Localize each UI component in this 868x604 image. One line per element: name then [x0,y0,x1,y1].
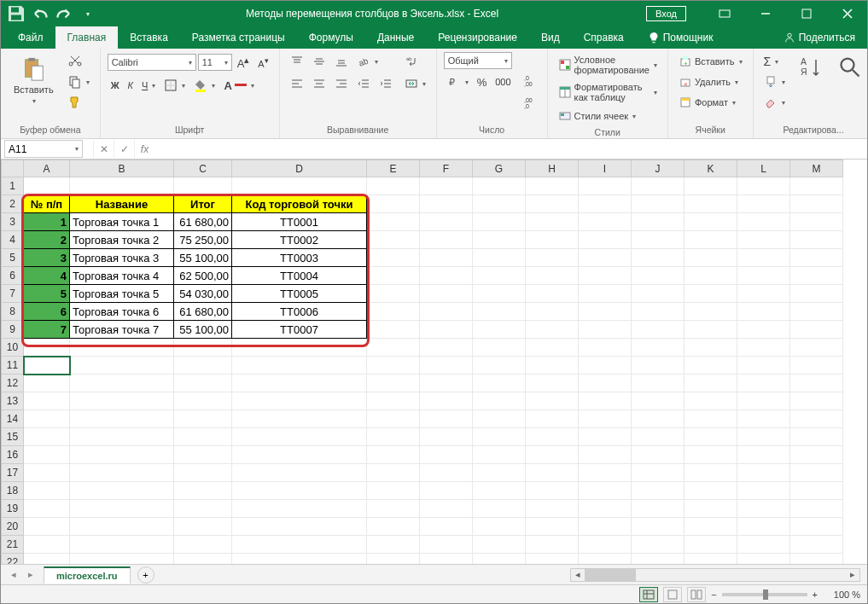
cell[interactable] [420,285,473,303]
cell[interactable]: Торговая точка 7 [70,321,174,339]
cell[interactable] [579,482,632,500]
tab-справка[interactable]: Справка [572,26,636,49]
cell[interactable] [526,410,579,428]
column-header[interactable]: I [579,160,632,177]
cell[interactable] [367,518,420,536]
enter-formula-icon[interactable]: ✓ [114,140,134,158]
cell[interactable] [632,213,684,231]
cell[interactable] [367,357,420,375]
cell[interactable] [579,464,632,482]
cell[interactable] [632,339,684,357]
cell[interactable] [174,339,232,357]
cell[interactable] [24,357,70,375]
cell[interactable] [737,177,790,195]
cell[interactable]: ТТ0002 [232,231,367,249]
cell-styles-button[interactable]: Стили ячеек▾ [555,107,661,125]
cell[interactable] [473,410,526,428]
cell[interactable] [473,303,526,321]
tab-вид[interactable]: Вид [529,26,572,49]
cell[interactable] [737,428,790,446]
row-header[interactable]: 1 [2,177,24,195]
cell[interactable] [70,357,174,375]
cell[interactable] [632,464,684,482]
row-header[interactable]: 21 [2,536,24,554]
cell[interactable] [790,285,843,303]
cell[interactable] [526,249,579,267]
cell[interactable] [420,357,473,375]
cell[interactable] [174,518,232,536]
column-header[interactable]: H [526,160,579,177]
align-left-icon[interactable] [287,74,307,93]
scrollbar-thumb[interactable] [585,569,636,581]
column-header[interactable]: K [684,160,737,177]
cell[interactable] [473,500,526,518]
row-header[interactable]: 19 [2,500,24,518]
cell[interactable] [420,249,473,267]
paste-button[interactable]: Вставить ▾ [8,52,60,109]
cell[interactable] [526,267,579,285]
cell[interactable] [526,500,579,518]
cell[interactable] [526,213,579,231]
fx-icon[interactable]: fx [134,140,154,158]
cell[interactable] [473,321,526,339]
column-header[interactable]: J [632,160,684,177]
conditional-format-button[interactable]: Условное форматирование▾ [555,52,661,78]
cell[interactable] [632,249,684,267]
autosum-button[interactable]: Σ▾ [760,52,789,71]
cell[interactable] [632,285,684,303]
sheet-nav-last-icon[interactable]: ▸ [23,567,38,583]
cell[interactable] [632,482,684,500]
cell[interactable] [579,357,632,375]
cell[interactable] [232,392,367,410]
cell[interactable] [367,213,420,231]
cell[interactable] [526,231,579,249]
cell[interactable] [737,375,790,392]
cell[interactable] [579,321,632,339]
format-cells-button[interactable]: Формат▾ [675,93,746,112]
column-header[interactable]: D [232,160,367,177]
cell[interactable] [174,428,232,446]
cell[interactable] [174,375,232,392]
row-header[interactable]: 13 [2,392,24,410]
cell[interactable] [24,518,70,536]
cell[interactable] [473,518,526,536]
cell[interactable] [24,482,70,500]
cell[interactable] [737,285,790,303]
cell[interactable]: 54 030,00 [174,285,232,303]
cell[interactable] [473,428,526,446]
cell[interactable] [737,321,790,339]
increase-decimal-icon[interactable]: ,0,00 [520,71,540,90]
tab-данные[interactable]: Данные [365,26,426,49]
cell[interactable] [420,195,473,213]
cell[interactable] [420,375,473,392]
cell[interactable] [579,500,632,518]
cell[interactable]: 7 [24,321,70,339]
row-header[interactable]: 5 [2,249,24,267]
cell[interactable] [526,446,579,464]
scroll-right-icon[interactable]: ▸ [846,569,859,581]
cell[interactable] [24,375,70,392]
cell[interactable] [684,554,737,565]
find-select-button[interactable] [833,52,867,83]
cell[interactable] [420,500,473,518]
sheet-nav-first-icon[interactable]: ◂ [6,567,21,583]
cell[interactable] [526,339,579,357]
cell[interactable] [420,446,473,464]
cell[interactable] [632,303,684,321]
cell[interactable] [579,285,632,303]
cell[interactable] [526,357,579,375]
cell[interactable] [232,500,367,518]
cell[interactable] [579,267,632,285]
cell[interactable] [790,249,843,267]
align-right-icon[interactable] [331,74,352,93]
cell[interactable] [684,375,737,392]
cell[interactable] [684,249,737,267]
clear-button[interactable]: ▾ [760,93,789,112]
cell[interactable] [232,375,367,392]
cell[interactable] [579,177,632,195]
zoom-slider[interactable] [722,593,807,596]
cell[interactable] [473,536,526,554]
cell[interactable] [790,213,843,231]
cell[interactable]: ТТ0007 [232,321,367,339]
cell[interactable] [70,375,174,392]
